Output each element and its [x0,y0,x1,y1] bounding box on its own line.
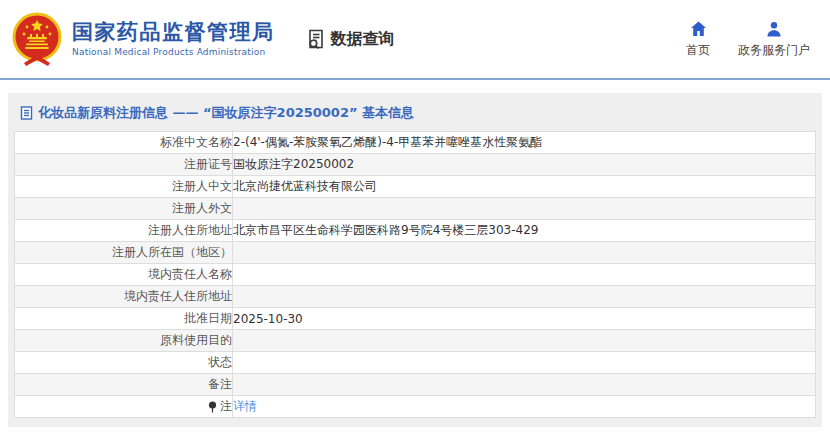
table-row: 标准中文名称 2-(4'-偶氮-苯胺聚氧乙烯醚)-4-甲基苯并噻唑基水性聚氨酯 [15,132,816,154]
field-label: 备注 [15,374,233,396]
table-row: 注册人住所地址 北京市昌平区生命科学园医科路9号院4号楼三层303-429 [15,220,816,242]
table-row: 注册证号 国妆原注字20250002 [15,154,816,176]
info-table-wrap: 标准中文名称 2-(4'-偶氮-苯胺聚氧乙烯醚)-4-甲基苯并噻唑基水性聚氨酯 … [14,131,816,418]
info-table: 标准中文名称 2-(4'-偶氮-苯胺聚氧乙烯醚)-4-甲基苯并噻唑基水性聚氨酯 … [14,131,816,418]
table-row: 原料使用目的 [15,330,816,352]
page-title-text: 化妆品新原料注册信息 —— “国妆原注字20250002” 基本信息 [38,104,414,122]
field-label: 状态 [15,352,233,374]
field-label: 标准中文名称 [15,132,233,154]
document-icon [20,106,33,120]
note-label: 注 [220,398,232,415]
agency-name-zh: 国家药品监督管理局 [72,21,275,44]
nav-portal[interactable]: 政务服务门户 [738,19,810,59]
field-value: 国妆原注字20250002 [233,154,816,176]
field-value: 北京市昌平区生命科学园医科路9号院4号楼三层303-429 [233,220,816,242]
table-row: 状态 [15,352,816,374]
table-row: 境内责任人住所地址 [15,286,816,308]
field-value [233,264,816,286]
nav-home-label: 首页 [686,42,710,59]
site-header: 国家药品监督管理局 National Medical Products Admi… [0,0,830,78]
field-value: 2-(4'-偶氮-苯胺聚氧乙烯醚)-4-甲基苯并噻唑基水性聚氨酯 [233,132,816,154]
field-label: 注册人住所地址 [15,220,233,242]
page-title: 化妆品新原料注册信息 —— “国妆原注字20250002” 基本信息 [8,93,822,131]
field-value: 2025-10-30 [233,308,816,330]
field-value-note: 详情 [233,396,816,418]
field-label: 境内责任人住所地址 [15,286,233,308]
field-label-note: 注 [15,396,233,418]
field-value [233,374,816,396]
header-divider [0,78,830,80]
table-row: 批准日期 2025-10-30 [15,308,816,330]
user-icon [766,19,782,37]
agency-name-en: National Medical Products Administration [72,47,275,57]
field-value [233,286,816,308]
header-nav: 首页 政务服务门户 [686,19,816,59]
table-row: 注册人中文 北京尚捷优蓝科技有限公司 [15,176,816,198]
field-label: 注册证号 [15,154,233,176]
data-query-tab[interactable]: 数据查询 [305,28,395,50]
field-value [233,242,816,264]
agency-title-block: 国家药品监督管理局 National Medical Products Admi… [72,21,275,57]
table-row: 注册人外文 [15,198,816,220]
field-value: 北京尚捷优蓝科技有限公司 [233,176,816,198]
field-value [233,198,816,220]
field-value [233,352,816,374]
field-value [233,330,816,352]
data-query-label: 数据查询 [331,29,395,50]
data-query-icon [305,28,327,50]
nav-portal-label: 政务服务门户 [738,42,810,59]
field-label: 境内责任人名称 [15,264,233,286]
field-label: 注册人外文 [15,198,233,220]
field-label: 原料使用目的 [15,330,233,352]
content-panel: 化妆品新原料注册信息 —— “国妆原注字20250002” 基本信息 标准中文名… [8,93,822,427]
pin-icon [208,401,217,413]
page: { "header": { "agency_name_zh": "国家药品监督管… [0,0,830,444]
field-label: 注册人中文 [15,176,233,198]
table-row: 注 详情 [15,396,816,418]
table-row: 注册人所在国（地区） [15,242,816,264]
table-row: 备注 [15,374,816,396]
field-label: 注册人所在国（地区） [15,242,233,264]
field-label: 批准日期 [15,308,233,330]
details-link[interactable]: 详情 [233,399,257,413]
national-emblem-logo [10,11,64,67]
table-row: 境内责任人名称 [15,264,816,286]
home-icon [690,19,707,37]
nav-home[interactable]: 首页 [686,19,710,59]
